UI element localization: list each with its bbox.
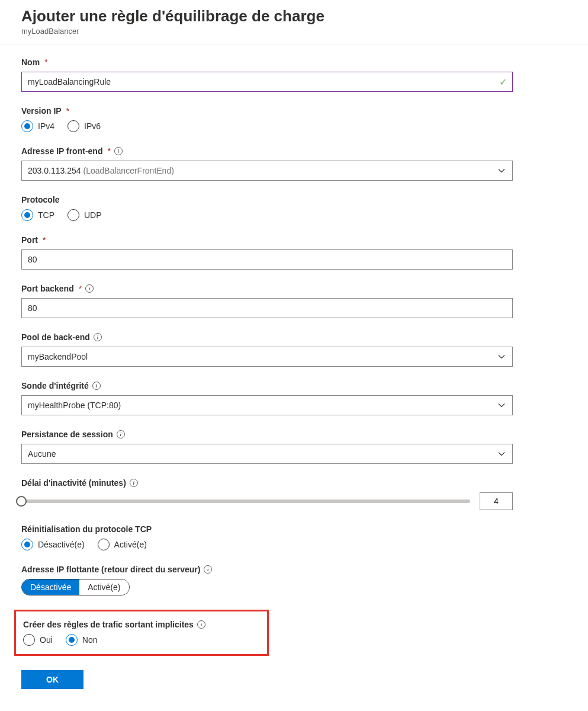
required-asterisk: * xyxy=(107,146,110,156)
backend-port-input[interactable] xyxy=(21,298,513,318)
floating-ip-label: Adresse IP flottante (retour direct du s… xyxy=(21,565,200,574)
field-frontend-ip: Adresse IP front-end * i 203.0.113.254 (… xyxy=(21,146,567,181)
field-port: Port * xyxy=(21,235,567,270)
ip-version-label-row: Version IP * xyxy=(21,106,567,116)
implicit-outbound-label: Créer des règles de trafic sortant impli… xyxy=(23,620,194,629)
radio-label-yes: Oui xyxy=(40,635,53,645)
radio-icon xyxy=(21,539,33,550)
required-asterisk: * xyxy=(44,57,47,67)
field-session-persistence: Persistance de session i Aucune xyxy=(21,430,567,464)
field-name: Nom * ✓ xyxy=(21,57,567,92)
ok-button[interactable]: OK xyxy=(21,670,83,689)
field-health-probe: Sonde d'intégrité i myHealthProbe (TCP:8… xyxy=(21,381,567,415)
health-probe-label: Sonde d'intégrité xyxy=(21,381,89,390)
ip-version-radio-group: IPv4 IPv6 xyxy=(21,120,567,132)
session-persistence-label: Persistance de session xyxy=(21,430,113,439)
name-label-row: Nom * xyxy=(21,57,567,67)
radio-icon xyxy=(68,209,79,221)
required-asterisk: * xyxy=(79,284,82,293)
backend-pool-label: Pool de back-end xyxy=(21,332,90,342)
health-probe-label-row: Sonde d'intégrité i xyxy=(21,381,567,390)
backend-port-label: Port backend xyxy=(21,284,74,293)
info-icon[interactable]: i xyxy=(85,284,94,293)
slider-thumb[interactable] xyxy=(16,496,27,507)
frontend-ip-value-ip: 203.0.113.254 xyxy=(28,166,81,175)
implicit-outbound-label-row: Créer des règles de trafic sortant impli… xyxy=(23,620,259,629)
page-title: Ajouter une règle d'équilibrage de charg… xyxy=(21,7,567,25)
radio-implicit-yes[interactable]: Oui xyxy=(23,634,53,646)
radio-label-ipv6: IPv6 xyxy=(84,121,101,131)
frontend-ip-select[interactable]: 203.0.113.254 (LoadBalancerFrontEnd) xyxy=(21,161,513,181)
port-label: Port xyxy=(21,235,38,245)
radio-icon xyxy=(21,120,33,132)
protocol-label: Protocole xyxy=(21,195,60,204)
radio-tcp-reset-enabled[interactable]: Activé(e) xyxy=(98,539,147,550)
idle-timeout-slider[interactable] xyxy=(21,499,470,503)
idle-timeout-label: Délai d'inactivité (minutes) xyxy=(21,478,126,488)
field-tcp-reset: Réinitialisation du protocole TCP Désact… xyxy=(21,524,567,550)
radio-icon xyxy=(68,120,79,132)
radio-icon xyxy=(98,539,110,550)
idle-timeout-value-input[interactable] xyxy=(480,492,513,510)
floating-ip-toggle: Désactivée Activé(e) xyxy=(21,579,130,595)
name-input[interactable] xyxy=(21,72,513,92)
page-subtitle: myLoadBalancer xyxy=(21,27,567,36)
backend-port-label-row: Port backend * i xyxy=(21,284,567,293)
name-label: Nom xyxy=(21,57,40,67)
radio-label-no: Non xyxy=(82,635,98,645)
frontend-ip-value-name: (LoadBalancerFrontEnd) xyxy=(83,166,174,175)
implicit-outbound-highlight: Créer des règles de trafic sortant impli… xyxy=(14,610,269,656)
radio-udp[interactable]: UDP xyxy=(68,209,102,221)
field-ip-version: Version IP * IPv4 IPv6 xyxy=(21,106,567,132)
session-persistence-label-row: Persistance de session i xyxy=(21,430,567,439)
session-persistence-value: Aucune xyxy=(28,449,56,459)
page-header: Ajouter une règle d'équilibrage de charg… xyxy=(21,7,567,36)
pill-disabled[interactable]: Désactivée xyxy=(22,579,79,595)
required-asterisk: * xyxy=(43,235,46,245)
radio-label-tcp: TCP xyxy=(38,210,54,220)
info-icon[interactable]: i xyxy=(92,382,101,390)
field-implicit-outbound: Créer des règles de trafic sortant impli… xyxy=(23,620,259,646)
implicit-outbound-radio-group: Oui Non xyxy=(23,634,259,646)
radio-tcp[interactable]: TCP xyxy=(21,209,54,221)
info-icon[interactable]: i xyxy=(197,620,205,629)
protocol-radio-group: TCP UDP xyxy=(21,209,567,221)
radio-ipv4[interactable]: IPv4 xyxy=(21,120,54,132)
radio-label-enabled: Activé(e) xyxy=(114,540,147,549)
info-icon[interactable]: i xyxy=(94,333,102,341)
radio-icon xyxy=(66,634,78,646)
health-probe-select[interactable]: myHealthProbe (TCP:80) xyxy=(21,395,513,415)
radio-label-ipv4: IPv4 xyxy=(38,121,54,131)
field-backend-pool: Pool de back-end i myBackendPool xyxy=(21,332,567,367)
frontend-ip-label-row: Adresse IP front-end * i xyxy=(21,146,567,156)
session-persistence-select[interactable]: Aucune xyxy=(21,444,513,464)
radio-label-disabled: Désactivé(e) xyxy=(38,540,85,549)
info-icon[interactable]: i xyxy=(130,479,138,487)
header-divider xyxy=(0,44,588,44)
tcp-reset-label-row: Réinitialisation du protocole TCP xyxy=(21,524,567,534)
radio-label-udp: UDP xyxy=(84,210,102,220)
info-icon[interactable]: i xyxy=(114,147,123,155)
info-icon[interactable]: i xyxy=(204,565,212,574)
frontend-ip-label: Adresse IP front-end xyxy=(21,146,102,156)
field-backend-port: Port backend * i xyxy=(21,284,567,318)
protocol-label-row: Protocole xyxy=(21,195,567,204)
field-idle-timeout: Délai d'inactivité (minutes) i xyxy=(21,478,567,510)
health-probe-value: myHealthProbe (TCP:80) xyxy=(28,401,121,410)
backend-pool-label-row: Pool de back-end i xyxy=(21,332,567,342)
ip-version-label: Version IP xyxy=(21,106,62,116)
backend-pool-value: myBackendPool xyxy=(28,352,88,361)
radio-ipv6[interactable]: IPv6 xyxy=(68,120,101,132)
required-asterisk: * xyxy=(66,106,69,116)
pill-enabled[interactable]: Activé(e) xyxy=(79,579,128,595)
field-protocol: Protocole TCP UDP xyxy=(21,195,567,221)
port-input[interactable] xyxy=(21,249,513,270)
radio-icon xyxy=(23,634,35,646)
idle-timeout-label-row: Délai d'inactivité (minutes) i xyxy=(21,478,567,488)
radio-implicit-no[interactable]: Non xyxy=(66,634,98,646)
info-icon[interactable]: i xyxy=(117,430,125,438)
backend-pool-select[interactable]: myBackendPool xyxy=(21,347,513,367)
radio-tcp-reset-disabled[interactable]: Désactivé(e) xyxy=(21,539,85,550)
field-floating-ip: Adresse IP flottante (retour direct du s… xyxy=(21,565,567,595)
tcp-reset-radio-group: Désactivé(e) Activé(e) xyxy=(21,539,567,550)
